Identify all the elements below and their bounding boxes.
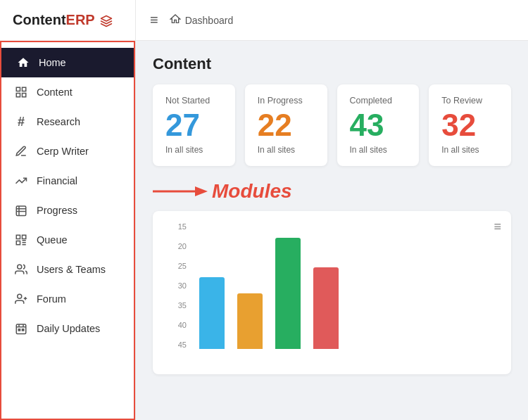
sidebar-item-daily-updates[interactable]: Daily Updates — [1, 314, 134, 343]
bar-1 — [199, 277, 225, 349]
stat-label-completed: Completed — [350, 96, 407, 106]
logo-text: ContentERP — [13, 12, 113, 28]
stat-number-in-progress: 22 — [258, 110, 315, 141]
y-label-20: 20 — [178, 242, 187, 250]
cerp-writer-icon — [14, 144, 28, 158]
stat-sub-to-review: In all sites — [441, 145, 498, 155]
svg-point-14 — [18, 265, 22, 269]
bar-blue — [199, 277, 225, 349]
bar-orange — [237, 293, 263, 349]
svg-marker-25 — [195, 186, 208, 196]
logo-name: Content — [13, 12, 66, 27]
breadcrumb-home-icon — [170, 13, 181, 27]
forum-icon — [14, 292, 28, 306]
stat-sub-in-progress: In all sites — [258, 145, 315, 155]
chart-card: ≡ 45 40 35 30 25 20 15 — [153, 211, 511, 374]
stat-card-not-started: Not Started 27 In all sites — [153, 84, 235, 166]
sidebar-item-research-label: Research — [37, 116, 80, 127]
sidebar-item-daily-updates-label: Daily Updates — [37, 323, 100, 334]
bar-4 — [313, 267, 339, 349]
queue-icon — [14, 233, 28, 247]
breadcrumb-label: Dashboard — [185, 15, 234, 26]
sidebar-item-financial-label: Financial — [37, 175, 77, 186]
y-label-45: 45 — [178, 341, 187, 349]
stat-label-not-started: Not Started — [165, 96, 222, 106]
sidebar-item-progress[interactable]: Progress — [1, 196, 134, 225]
topbar: ≡ Dashboard — [136, 0, 528, 41]
home-icon — [16, 56, 30, 70]
svg-rect-23 — [23, 329, 24, 331]
logo-icon — [100, 15, 113, 27]
sidebar-item-cerp-writer-label: Cerp Writer — [37, 146, 89, 157]
svg-rect-1 — [23, 87, 26, 91]
sidebar-item-progress-label: Progress — [37, 205, 77, 216]
svg-rect-10 — [16, 241, 20, 245]
content-icon — [14, 85, 28, 99]
sidebar-item-forum[interactable]: Forum — [1, 284, 134, 314]
sidebar-item-financial[interactable]: Financial — [1, 166, 134, 196]
bars-area — [192, 222, 500, 349]
y-label-35: 35 — [178, 301, 187, 310]
sidebar-item-research[interactable]: # Research — [1, 107, 134, 136]
section-title: Content — [153, 55, 511, 73]
svg-rect-8 — [16, 235, 20, 238]
sidebar-item-queue[interactable]: Queue — [1, 225, 134, 255]
sidebar-item-users-teams[interactable]: Users & Teams — [1, 255, 134, 284]
breadcrumb: Dashboard — [170, 13, 234, 27]
stat-card-in-progress: In Progress 22 In all sites — [245, 84, 327, 166]
stat-number-completed: 43 — [350, 110, 407, 141]
y-label-15: 15 — [178, 222, 187, 231]
sidebar-item-cerp-writer[interactable]: Cerp Writer — [1, 136, 134, 166]
bar-green — [275, 238, 301, 349]
sidebar-item-home[interactable]: Home — [1, 48, 134, 77]
logo-erp: ERP — [66, 12, 95, 27]
stat-card-to-review: To Review 32 In all sites — [429, 84, 511, 166]
app-logo: ContentERP — [0, 0, 135, 41]
y-label-30: 30 — [178, 281, 187, 290]
modules-label: Modules — [212, 180, 292, 203]
bar-red — [313, 267, 339, 349]
users-teams-icon — [14, 262, 28, 276]
stat-sub-not-started: In all sites — [165, 145, 222, 155]
sidebar-item-queue-label: Queue — [37, 234, 68, 246]
sidebar-item-users-teams-label: Users & Teams — [37, 264, 106, 275]
hamburger-menu[interactable]: ≡ — [150, 12, 158, 28]
modules-annotation: Modules — [153, 180, 511, 203]
sidebar: ContentERP Home Content — [0, 0, 136, 420]
financial-icon — [14, 174, 28, 188]
arrow-icon — [153, 182, 209, 201]
y-axis: 45 40 35 30 25 20 15 — [164, 222, 191, 349]
stat-label-in-progress: In Progress — [258, 96, 315, 106]
stat-number-to-review: 32 — [441, 110, 498, 141]
y-label-25: 25 — [178, 262, 187, 270]
svg-point-15 — [18, 294, 22, 298]
daily-updates-icon — [14, 322, 28, 336]
svg-rect-9 — [23, 235, 26, 238]
svg-rect-0 — [16, 87, 20, 91]
stat-sub-completed: In all sites — [350, 145, 407, 155]
svg-rect-18 — [16, 324, 26, 334]
sidebar-item-content-label: Content — [37, 87, 73, 98]
sidebar-item-content[interactable]: Content — [1, 77, 134, 107]
content-area: Content Not Started 27 In all sites In P… — [136, 41, 528, 420]
main-content: ≡ Dashboard Content Not Started 27 In al… — [136, 0, 528, 420]
sidebar-item-forum-label: Forum — [37, 293, 66, 305]
y-label-40: 40 — [178, 321, 187, 329]
stats-row: Not Started 27 In all sites In Progress … — [153, 84, 511, 166]
svg-rect-22 — [18, 329, 20, 331]
stat-card-completed: Completed 43 In all sites — [337, 84, 420, 166]
bar-3 — [275, 238, 301, 349]
svg-rect-2 — [16, 94, 20, 97]
research-icon: # — [14, 115, 28, 129]
svg-rect-3 — [23, 94, 26, 97]
sidebar-item-home-label: Home — [39, 57, 66, 68]
sidebar-nav: Home Content # Research Cerp Writer — [0, 41, 135, 420]
chart-container: 45 40 35 30 25 20 15 — [164, 222, 500, 363]
stat-number-not-started: 27 — [165, 110, 222, 141]
progress-icon — [14, 203, 28, 217]
bar-2 — [237, 293, 263, 349]
stat-label-to-review: To Review — [441, 96, 498, 106]
